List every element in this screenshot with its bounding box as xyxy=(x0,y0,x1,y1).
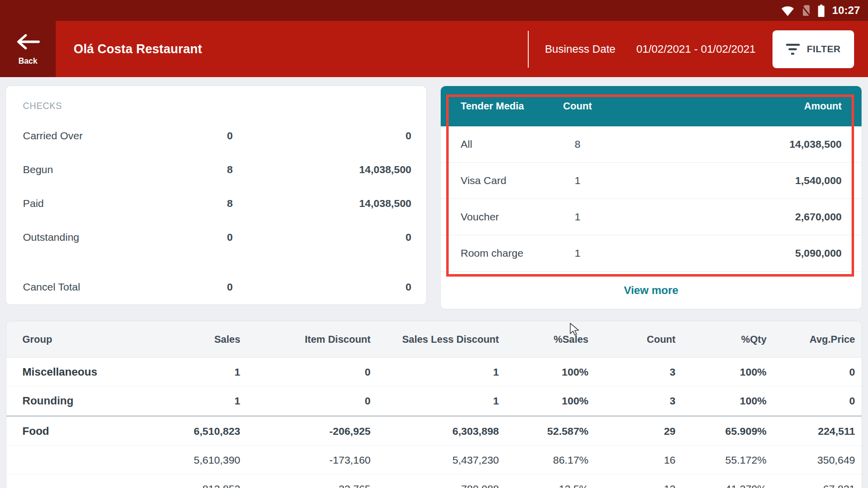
checks-row-amount: 0 xyxy=(304,130,426,142)
group-column-header: Group xyxy=(6,334,156,345)
pct-qty-cell: 41.379% xyxy=(675,483,767,488)
pct-sales-cell: 86.17% xyxy=(499,454,588,466)
table-row-food-sub-2: 813,853 -33,765 780,088 12.5% 12 41.379%… xyxy=(6,475,862,488)
tender-row-voucher: Voucher 1 2,670,000 xyxy=(441,199,862,235)
count-cell: 16 xyxy=(588,454,675,466)
tender-row-amount: 5,090,000 xyxy=(607,247,862,259)
table-row-food: Food 6,510,823 -206,925 6,303,898 52.587… xyxy=(6,417,862,446)
checks-row-cancel-total: Cancel Total 0 0 xyxy=(6,270,426,304)
tender-row-amount: 2,670,000 xyxy=(607,211,862,223)
checks-card-title: CHECKS xyxy=(6,101,426,114)
count-column-header: Count xyxy=(588,334,675,345)
avg-price-cell: 224,511 xyxy=(767,425,855,437)
view-more-link[interactable]: View more xyxy=(441,272,862,309)
business-date-label: Business Date xyxy=(545,43,615,56)
sales-less-discount-cell: 780,088 xyxy=(371,483,499,488)
sales-cell: 6,510,823 xyxy=(156,425,240,437)
avg-price-cell: 350,649 xyxy=(767,454,855,466)
sales-column-header: Sales xyxy=(156,334,240,345)
sales-less-discount-cell: 6,303,898 xyxy=(371,425,499,437)
group-cell: Rounding xyxy=(6,394,156,407)
tender-row-amount: 14,038,500 xyxy=(607,138,862,150)
avg-price-cell: 0 xyxy=(767,395,855,407)
no-sim-icon xyxy=(799,4,812,17)
app-screen: 10:27 Olá Costa Restaurant Business Date… xyxy=(0,0,868,488)
sales-cell: 5,610,390 xyxy=(156,454,240,466)
pct-qty-column-header: %Qty xyxy=(675,334,767,345)
avg-price-column-header: Avg.Price xyxy=(767,334,855,345)
tender-row-count: 8 xyxy=(548,138,607,150)
checks-row-count: 0 xyxy=(155,231,304,243)
checks-row-outstanding: Outstanding 0 0 xyxy=(6,220,426,254)
pct-qty-cell: 100% xyxy=(675,395,767,407)
checks-row-amount: 14,038,500 xyxy=(304,197,426,209)
count-cell: 3 xyxy=(588,395,675,407)
table-row-food-sub-1: 5,610,390 -173,160 5,437,230 86.17% 16 5… xyxy=(6,446,862,475)
tender-row-name: All xyxy=(441,138,548,150)
sales-less-discount-column-header: Sales Less Discount xyxy=(371,334,499,345)
checks-row-count: 8 xyxy=(155,197,304,209)
checks-card: CHECKS Carried Over 0 0 Begun 8 14,038,5… xyxy=(5,86,427,305)
item-discount-cell: 0 xyxy=(240,395,371,407)
checks-row-amount: 0 xyxy=(304,231,426,243)
tender-row-name: Voucher xyxy=(441,211,548,223)
pct-qty-cell: 100% xyxy=(675,366,767,378)
tender-row-all: All 8 14,038,500 xyxy=(441,126,862,163)
pct-sales-cell: 52.587% xyxy=(499,425,588,437)
tender-media-column-header: Tender Media xyxy=(441,100,548,112)
group-cell: Food xyxy=(6,425,156,438)
checks-row-label: Paid xyxy=(6,197,155,209)
filter-button-label: FILTER xyxy=(807,44,841,55)
back-button[interactable]: Back xyxy=(0,21,56,77)
header-divider xyxy=(528,31,529,68)
pct-sales-column-header: %Sales xyxy=(499,334,588,345)
header-right-group: Business Date 01/02/2021 - 01/02/2021 FI… xyxy=(528,21,868,77)
status-bar: 10:27 xyxy=(0,0,868,21)
group-cell: Miscellaneous xyxy=(6,366,156,379)
checks-row-paid: Paid 8 14,038,500 xyxy=(6,187,426,220)
business-date-value: 01/02/2021 - 01/02/2021 xyxy=(636,43,756,56)
back-button-label: Back xyxy=(18,57,37,66)
count-column-header: Count xyxy=(548,100,607,112)
battery-icon xyxy=(817,4,825,17)
sales-cell: 1 xyxy=(156,366,240,378)
item-discount-cell: 0 xyxy=(240,366,371,378)
table-row-miscellaneous: Miscellaneous 1 0 1 100% 3 100% 0 xyxy=(6,358,862,387)
table-row-rounding: Rounding 1 0 1 100% 3 100% 0 xyxy=(6,387,862,415)
checks-row-label: Outstanding xyxy=(6,231,155,243)
status-time: 10:27 xyxy=(832,4,860,17)
checks-row-carried-over: Carried Over 0 0 xyxy=(6,119,426,153)
wifi-icon xyxy=(781,4,794,17)
item-discount-cell: -206,925 xyxy=(240,425,371,437)
checks-row-label: Begun xyxy=(6,164,155,176)
amount-column-header: Amount xyxy=(607,100,862,112)
checks-row-count: 0 xyxy=(155,130,304,142)
filter-button[interactable]: FILTER xyxy=(772,30,854,68)
filter-icon xyxy=(786,44,800,55)
app-header: Olá Costa Restaurant Business Date 01/02… xyxy=(56,21,868,77)
tender-row-room-charge: Room charge 1 5,090,000 xyxy=(441,235,862,272)
pct-qty-cell: 65.909% xyxy=(675,425,767,437)
avg-price-cell: 67,821 xyxy=(767,483,855,488)
checks-row-label: Cancel Total xyxy=(6,281,155,293)
tender-row-count: 1 xyxy=(548,211,607,223)
checks-row-count: 8 xyxy=(155,164,304,176)
tender-row-name: Room charge xyxy=(441,247,548,259)
count-cell: 29 xyxy=(588,425,675,437)
pct-sales-cell: 100% xyxy=(499,366,588,378)
tender-row-count: 1 xyxy=(548,175,607,187)
sales-table-header-row: Group Sales Item Discount Sales Less Dis… xyxy=(6,321,862,358)
item-discount-cell: -173,160 xyxy=(240,454,371,466)
checks-row-amount: 14,038,500 xyxy=(304,164,426,176)
tender-row-name: Visa Card xyxy=(441,175,548,187)
count-cell: 12 xyxy=(588,483,675,488)
checks-row-amount: 0 xyxy=(304,281,426,293)
tender-media-header-row: Tender Media Count Amount xyxy=(441,86,862,126)
sales-less-discount-cell: 5,437,230 xyxy=(371,454,499,466)
count-cell: 3 xyxy=(588,366,675,378)
item-discount-cell: -33,765 xyxy=(240,483,371,488)
sales-less-discount-cell: 1 xyxy=(371,395,499,407)
pct-qty-cell: 55.172% xyxy=(675,454,767,466)
checks-row-label: Carried Over xyxy=(6,130,155,142)
tender-row-visa-card: Visa Card 1 1,540,000 xyxy=(441,163,862,199)
